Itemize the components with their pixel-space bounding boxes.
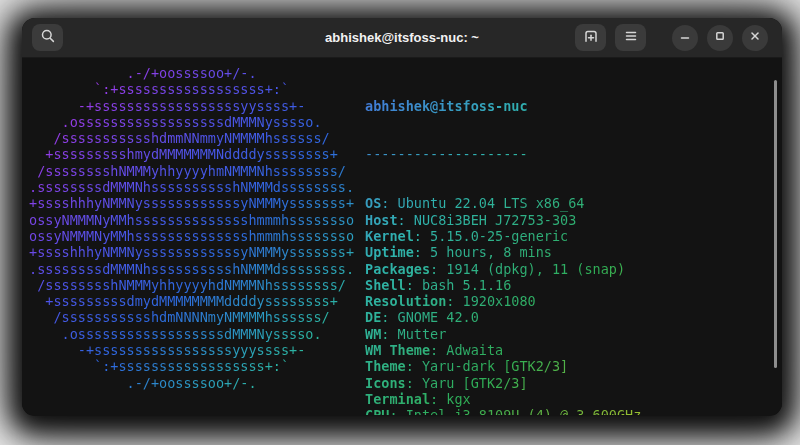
close-button[interactable] <box>742 25 768 51</box>
info-line: Resolution: 1920x1080 <box>365 293 782 309</box>
info-line: Packages: 1914 (dpkg), 11 (snap) <box>365 261 782 277</box>
titlebar[interactable]: abhishek@itsfoss-nuc: ~ <box>22 18 782 58</box>
info-line: Host: NUC8i3BEH J72753-303 <box>365 212 782 228</box>
menu-button[interactable] <box>615 24 646 51</box>
scrollbar-thumb[interactable] <box>774 80 777 368</box>
terminal-content[interactable]: .-/+oossssoo+/-. `:+ssssssssssssssssss+:… <box>22 58 782 415</box>
menu-icon <box>623 28 639 48</box>
info-line: OS: Ubuntu 22.04 LTS x86_64 <box>365 195 782 211</box>
search-button[interactable] <box>32 24 63 51</box>
minimize-icon <box>678 29 692 47</box>
info-line: Uptime: 5 hours, 8 mins <box>365 244 782 260</box>
info-line: Icons: Yaru [GTK2/3] <box>365 375 782 391</box>
ubuntu-ascii-logo: .-/+oossssoo+/-. `:+ssssssssssssssssss+:… <box>29 65 365 415</box>
new-tab-button[interactable] <box>575 24 606 51</box>
search-icon <box>40 28 56 48</box>
info-line: Shell: bash 5.1.16 <box>365 277 782 293</box>
info-line: WM: Mutter <box>365 326 782 342</box>
neofetch-separator: -------------------- <box>365 146 782 162</box>
terminal-window: abhishek@itsfoss-nuc: ~ <box>22 18 782 416</box>
info-line: CPU: Intel i3-8109U (4) @ 3.600GHz <box>365 407 782 415</box>
neofetch-title: abhishek@itsfoss-nuc <box>365 98 782 114</box>
info-line: Terminal: kgx <box>365 391 782 407</box>
maximize-icon <box>713 29 727 47</box>
info-line: WM Theme: Adwaita <box>365 342 782 358</box>
new-tab-icon <box>583 28 599 48</box>
neofetch-info: abhishek@itsfoss-nuc -------------------… <box>365 65 782 415</box>
close-icon <box>748 29 762 47</box>
info-lines: OS: Ubuntu 22.04 LTS x86_64Host: NUC8i3B… <box>365 195 782 415</box>
info-line: DE: GNOME 42.0 <box>365 309 782 325</box>
info-line: Kernel: 5.15.0-25-generic <box>365 228 782 244</box>
maximize-button[interactable] <box>707 25 733 51</box>
info-line: Theme: Yaru-dark [GTK2/3] <box>365 358 782 374</box>
minimize-button[interactable] <box>672 25 698 51</box>
